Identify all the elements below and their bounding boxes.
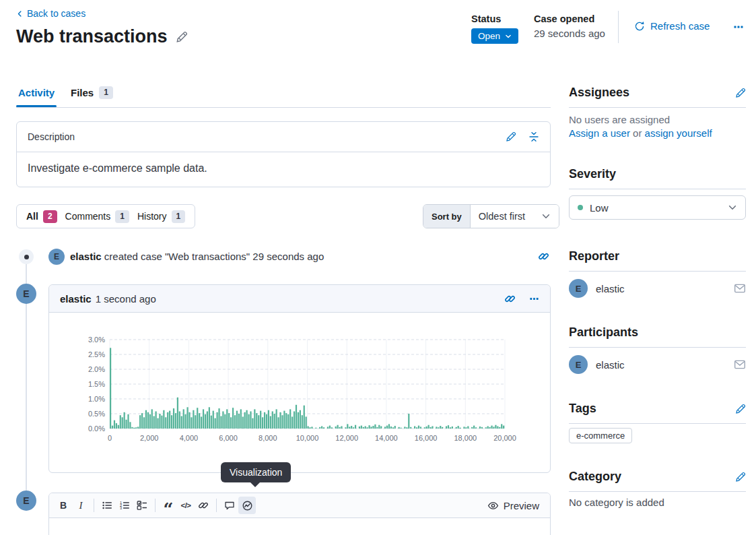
envelope-icon <box>734 282 746 294</box>
eye-icon <box>487 500 499 511</box>
svg-text:14,000: 14,000 <box>375 434 398 442</box>
ordered-list-button[interactable]: 123 <box>116 497 133 514</box>
toolbar-divider <box>216 499 217 512</box>
comment-actions-ellipsis-icon[interactable] <box>529 294 539 304</box>
svg-text:8,000: 8,000 <box>259 434 277 442</box>
reporter-title: Reporter <box>569 249 619 263</box>
reporter-username: elastic <box>596 283 625 294</box>
description-header: Description <box>17 122 550 152</box>
visualization-lens-icon <box>242 500 253 511</box>
reporter-user-row: E elastic <box>569 279 746 298</box>
link-button[interactable] <box>195 497 212 514</box>
back-to-cases-link[interactable]: Back to cases <box>16 8 85 19</box>
tab-files[interactable]: Files 1 <box>71 86 113 99</box>
speech-bubble-icon <box>224 500 235 511</box>
edit-assignees-pencil-icon[interactable] <box>735 88 746 98</box>
page-title: Web transactions <box>16 26 168 47</box>
status-value: Open <box>478 31 500 41</box>
assignees-section: Assignees No users are assigned Assign a… <box>569 86 746 139</box>
assign-yourself-link[interactable]: assign yourself <box>645 127 712 139</box>
filter-history-label: History <box>137 211 167 222</box>
svg-text:0.0%: 0.0% <box>88 424 105 433</box>
editor-toolbar: B I 123 “ </> Preview <box>49 493 550 518</box>
avatar: E <box>16 284 36 304</box>
sort-order-select[interactable]: Oldest first <box>471 205 559 228</box>
filter-comments-label: Comments <box>65 211 111 222</box>
svg-text:0: 0 <box>108 434 112 442</box>
severity-title: Severity <box>569 167 616 181</box>
quote-button[interactable]: “ <box>160 493 177 518</box>
svg-text:18,000: 18,000 <box>454 434 477 442</box>
avatar: E <box>16 491 36 511</box>
participants-section: Participants E elastic <box>569 325 746 374</box>
edit-tags-pencil-icon[interactable] <box>735 404 746 414</box>
toolbar-divider <box>155 499 156 512</box>
comment-textarea[interactable] <box>49 518 550 535</box>
svg-text:1.5%: 1.5% <box>88 380 105 388</box>
tab-activity[interactable]: Activity <box>18 87 55 98</box>
permalink-icon[interactable] <box>538 251 549 262</box>
sort-order-value: Oldest first <box>479 211 525 222</box>
bullet-list-icon <box>102 500 112 511</box>
chevron-down-icon <box>505 33 512 40</box>
participants-title: Participants <box>569 325 638 340</box>
svg-text:2.0%: 2.0% <box>88 365 105 373</box>
or-text: or <box>630 127 645 139</box>
task-list-button[interactable] <box>133 497 151 514</box>
comment-visualization-chart[interactable]: 02,0004,0006,0008,00010,00012,00014,0001… <box>75 330 521 446</box>
comment-header: elastic 1 second ago <box>49 285 550 313</box>
category-section: Category No category is added <box>569 470 746 508</box>
add-visualization-button[interactable] <box>238 497 256 514</box>
edit-description-pencil-icon[interactable] <box>506 131 516 142</box>
assignees-empty-text: No users are assigned <box>569 114 746 125</box>
bold-button[interactable]: B <box>55 497 72 514</box>
status-open-button[interactable]: Open <box>471 28 518 44</box>
created-event-action: created case "Web transactions" 29 secon… <box>102 251 324 262</box>
add-case-comment-button[interactable] <box>221 497 238 514</box>
edit-title-pencil-icon[interactable] <box>176 31 188 43</box>
preview-button[interactable]: Preview <box>487 500 545 511</box>
edit-category-pencil-icon[interactable] <box>735 472 746 482</box>
title-row: Web transactions <box>16 26 188 47</box>
avatar: E <box>569 355 588 374</box>
visualization-tooltip: Visualization <box>221 462 291 482</box>
assign-a-user-link[interactable]: Assign a user <box>569 127 630 139</box>
filter-comments-count-badge: 1 <box>115 210 129 223</box>
svg-text:3: 3 <box>120 506 122 510</box>
italic-button[interactable]: I <box>72 497 90 514</box>
tab-files-label: Files <box>71 87 94 98</box>
avatar: E <box>48 249 65 265</box>
filter-all[interactable]: All 2 <box>26 210 57 223</box>
timeline-event-marker <box>19 249 34 264</box>
participant-user-row: E elastic <box>569 355 746 374</box>
collapse-description-fold-icon[interactable] <box>528 131 539 142</box>
svg-text:20,000: 20,000 <box>493 434 516 442</box>
severity-value: Low <box>590 202 609 214</box>
category-title: Category <box>569 470 621 484</box>
description-body: Investigate e-commerce sample data. <box>17 152 550 187</box>
svg-text:6,000: 6,000 <box>219 434 238 442</box>
chevron-left-icon <box>16 10 24 18</box>
chevron-down-icon <box>728 203 737 212</box>
permalink-icon[interactable] <box>504 293 516 305</box>
tabs-bottom-border <box>16 107 551 108</box>
filter-history[interactable]: History 1 <box>137 210 185 223</box>
chevron-down-icon <box>541 212 551 221</box>
dot-icon <box>24 255 29 259</box>
tag-badge[interactable]: e-commerce <box>569 428 632 443</box>
severity-select[interactable]: Low <box>569 195 746 220</box>
code-button[interactable]: </> <box>177 497 195 514</box>
avatar: E <box>569 279 588 298</box>
svg-text:2,000: 2,000 <box>140 434 159 442</box>
new-comment-editor: B I 123 “ </> Preview <box>48 493 551 535</box>
back-link-label: Back to cases <box>27 8 85 19</box>
reporter-section: Reporter E elastic <box>569 249 746 298</box>
svg-text:16,000: 16,000 <box>415 434 438 442</box>
comment-timestamp: 1 second ago <box>96 293 156 305</box>
unordered-list-button[interactable] <box>98 497 116 514</box>
description-title: Description <box>28 131 75 142</box>
svg-text:10,000: 10,000 <box>296 434 319 442</box>
participant-username: elastic <box>596 359 625 371</box>
filter-comments[interactable]: Comments 1 <box>65 210 129 223</box>
filter-all-label: All <box>26 211 38 222</box>
